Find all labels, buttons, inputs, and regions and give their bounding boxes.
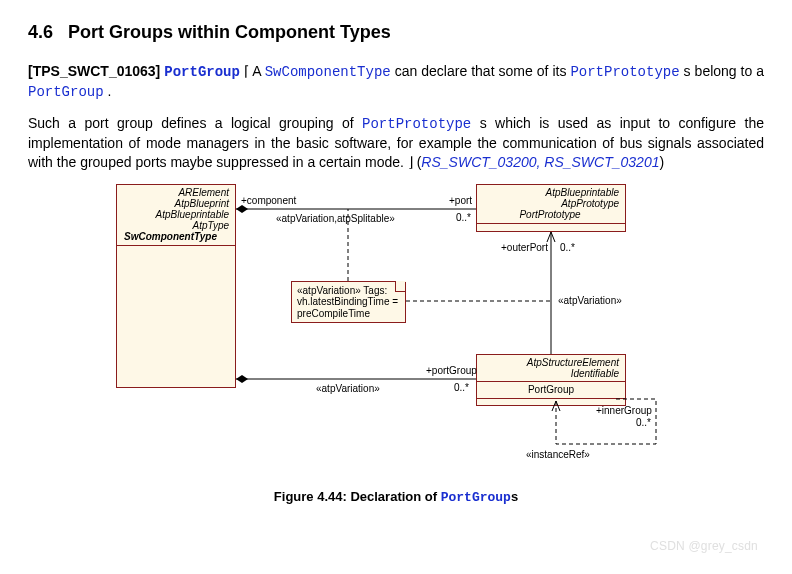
label-varsplit: «atpVariation,atpSplitable» (276, 212, 395, 226)
label-portgroup-mult: 0..* (454, 381, 469, 395)
label-port: +port (449, 194, 472, 208)
label-outerport: +outerPort (501, 241, 548, 255)
label-port-mult: 0..* (456, 211, 471, 225)
code-portgroup: PortGroup (28, 84, 104, 100)
code-swcomponenttype: SwComponentType (265, 64, 391, 80)
code-portgroup: PortGroup (441, 490, 511, 505)
uml-class-swcomponenttype: ARElement AtpBlueprint AtpBlueprintable … (116, 184, 236, 388)
close-bracket: ⌋ (408, 154, 413, 170)
link-rs-swct-03200[interactable]: RS_SWCT_03200 (421, 154, 536, 170)
uml-diagram: ARElement AtpBlueprint AtpBlueprintable … (96, 184, 696, 484)
uml-class-portgroup: AtpStructureElement Identifiable PortGro… (476, 354, 626, 406)
label-instanceref: «instanceRef» (526, 448, 590, 462)
link-rs-swct-03201[interactable]: RS_SWCT_03201 (544, 154, 659, 170)
paragraph-1: [TPS_SWCT_01063] PortGroup ⌈ A SwCompone… (28, 62, 764, 102)
open-bracket: ⌈ (244, 63, 252, 79)
section-title: Port Groups within Component Types (68, 22, 391, 42)
uml-class-portprototype: AtpBlueprintable AtpPrototype PortProtot… (476, 184, 626, 232)
section-heading: 4.6 Port Groups within Component Types (28, 20, 764, 44)
label-atpvar-outer: «atpVariation» (558, 294, 622, 308)
paragraph-2: Such a port group defines a logical grou… (28, 114, 764, 172)
requirement-id: [TPS_SWCT_01063] (28, 63, 160, 79)
label-atpvar-pg: «atpVariation» (316, 382, 380, 396)
section-number: 4.6 (28, 22, 53, 42)
label-outerport-mult: 0..* (560, 241, 575, 255)
label-innergroup-mult: 0..* (636, 416, 651, 430)
uml-note-atpvariation: «atpVariation» Tags: vh.latestBindingTim… (291, 281, 406, 324)
figure-caption: Figure 4.44: Declaration of PortGroups (28, 488, 764, 507)
code-portprototype: PortPrototype (570, 64, 679, 80)
code-portprototype: PortPrototype (362, 116, 471, 132)
label-component: +component (241, 194, 296, 208)
note-fold-icon (395, 281, 406, 292)
requirement-name: PortGroup (164, 64, 240, 80)
label-portgroup: +portGroup (426, 364, 477, 378)
